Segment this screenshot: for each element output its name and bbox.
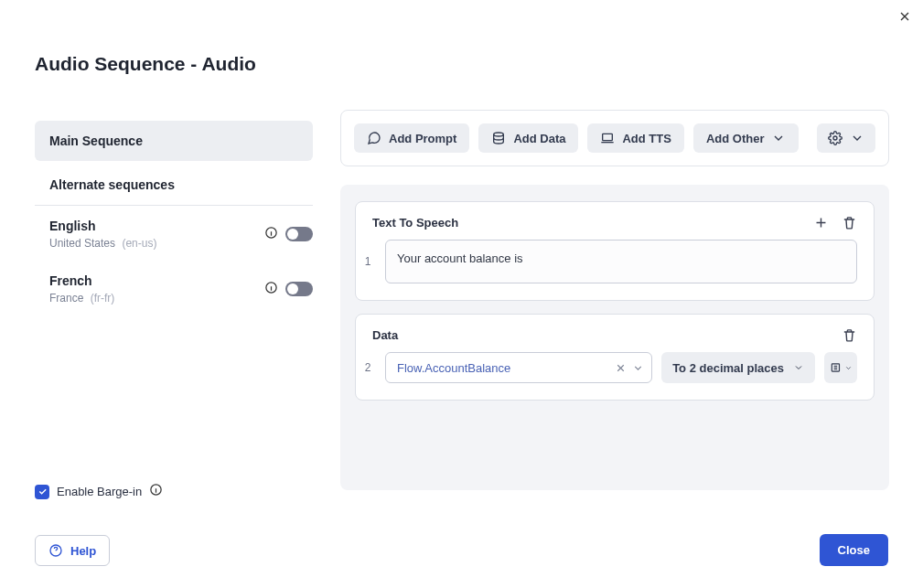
language-toggle-french[interactable]	[285, 282, 313, 296]
sidebar: Main Sequence Alternate sequences Englis…	[35, 121, 313, 310]
toolbar: Add Prompt Add Data Add TTS Add Other	[340, 110, 889, 166]
barge-in-option: Enable Barge-in	[35, 483, 163, 500]
language-row-french[interactable]: French France (fr-fr)	[35, 261, 313, 310]
language-row-english[interactable]: English United States (en-us)	[35, 206, 313, 255]
row-number: 2	[363, 361, 372, 374]
add-other-button[interactable]: Add Other	[693, 123, 800, 153]
info-icon[interactable]	[149, 483, 163, 500]
data-variable-select[interactable]: Flow.AccountBalance	[385, 352, 652, 383]
trash-icon[interactable]	[842, 327, 857, 343]
row-number: 1	[363, 240, 372, 283]
database-icon	[491, 131, 506, 145]
plus-icon[interactable]	[813, 215, 829, 230]
clear-icon[interactable]	[615, 362, 627, 374]
data-format-button[interactable]: To 2 decimal places	[661, 352, 815, 383]
laptop-icon	[600, 131, 615, 145]
main-panel: Add Prompt Add Data Add TTS Add Other	[340, 110, 889, 490]
add-prompt-button[interactable]: Add Prompt	[354, 123, 469, 153]
list-icon	[830, 361, 843, 374]
language-sub: France (fr-fr)	[49, 292, 114, 305]
sequence-canvas: Text To Speech 1 Data	[340, 185, 889, 490]
settings-button[interactable]	[817, 123, 875, 153]
speech-bubble-icon	[367, 131, 381, 145]
chevron-down-icon	[771, 131, 786, 145]
gear-icon	[828, 131, 843, 145]
barge-in-label: Enable Barge-in	[57, 485, 142, 498]
data-card-title: Data	[372, 328, 398, 342]
tab-main-sequence[interactable]: Main Sequence	[35, 121, 313, 161]
close-icon[interactable]	[897, 9, 912, 27]
trash-icon[interactable]	[842, 215, 857, 230]
chevron-down-icon	[850, 131, 864, 145]
language-sub: United States (en-us)	[49, 237, 156, 250]
help-icon	[48, 543, 63, 558]
alternate-sequences-header: Alternate sequences	[35, 161, 313, 206]
svg-rect-3	[603, 134, 613, 140]
info-icon[interactable]	[264, 281, 278, 298]
add-tts-button[interactable]: Add TTS	[587, 123, 683, 153]
barge-in-checkbox[interactable]	[35, 485, 49, 499]
svg-point-4	[833, 136, 837, 140]
language-name: English	[49, 219, 156, 233]
help-button[interactable]: Help	[35, 535, 110, 566]
tts-card: Text To Speech 1	[355, 201, 875, 301]
svg-point-2	[494, 133, 504, 136]
chevron-down-icon[interactable]	[632, 362, 644, 374]
info-icon[interactable]	[264, 226, 278, 243]
data-options-button[interactable]	[824, 352, 857, 383]
tts-text-input[interactable]	[385, 240, 857, 283]
audio-sequence-modal: Audio Sequence - Audio Main Sequence Alt…	[0, 0, 923, 588]
close-button[interactable]: Close	[820, 534, 888, 566]
language-toggle-english[interactable]	[285, 227, 313, 241]
language-name: French	[49, 273, 114, 288]
tts-card-title: Text To Speech	[372, 216, 458, 230]
data-variable-value: Flow.AccountBalance	[397, 361, 609, 375]
check-icon	[38, 486, 48, 497]
page-title: Audio Sequence - Audio	[35, 53, 256, 75]
chevron-down-icon	[844, 364, 853, 372]
add-data-button[interactable]: Add Data	[478, 123, 578, 153]
data-card: Data 2 Flow.AccountBalance To 2 decimal …	[355, 314, 875, 401]
chevron-down-icon	[793, 362, 804, 373]
